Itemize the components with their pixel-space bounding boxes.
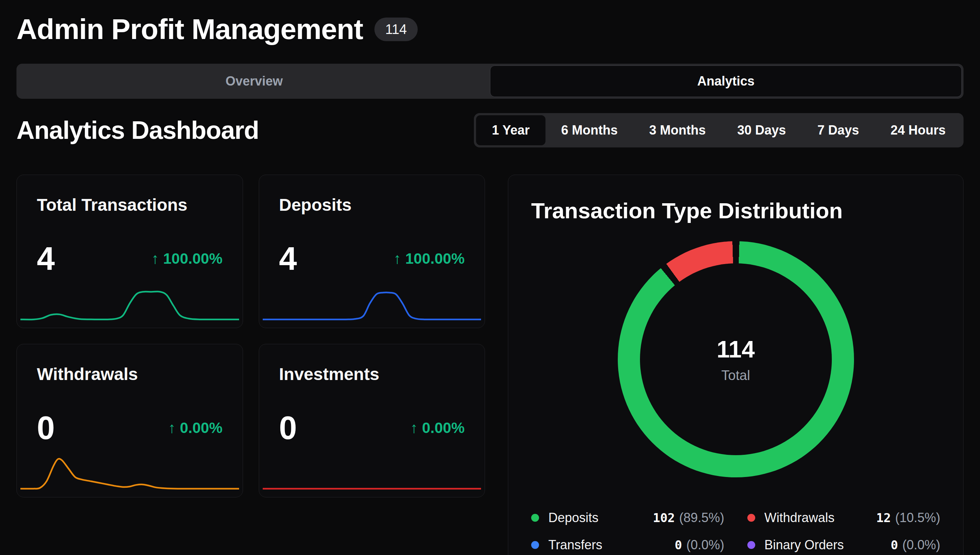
stat-card-value-row: 0 ↑ 0.00%: [37, 412, 223, 444]
time-range-3-months[interactable]: 3 Months: [634, 115, 722, 145]
stat-card-change: ↑ 0.00%: [168, 419, 222, 436]
legend-percent: (0.0%): [902, 537, 940, 552]
legend-count: 0: [675, 538, 682, 552]
legend-percent: (0.0%): [686, 537, 724, 552]
stat-card-withdrawals: Withdrawals 0 ↑ 0.00%: [16, 344, 243, 497]
page-title: Admin Profit Management: [16, 13, 363, 46]
stat-card-title: Withdrawals: [37, 364, 223, 384]
legend-label: Withdrawals: [765, 510, 835, 525]
time-range-7-days[interactable]: 7 Days: [802, 115, 875, 145]
donut-chart: 114 Total: [618, 241, 854, 477]
section-title: Analytics Dashboard: [16, 116, 259, 144]
stat-card-value: 4: [279, 242, 297, 275]
sparkline-chart: [21, 275, 239, 324]
legend-count: 12: [876, 511, 891, 525]
panel-title: Transaction Type Distribution: [531, 198, 940, 223]
legend-dot-red: [747, 514, 755, 522]
stat-card-value: 0: [37, 412, 55, 444]
stat-card-title: Deposits: [279, 195, 465, 215]
up-arrow-icon: ↑: [151, 250, 159, 267]
stat-card-value: 4: [37, 242, 55, 275]
legend-dot-green: [531, 514, 539, 522]
tab-analytics[interactable]: Analytics: [490, 66, 962, 97]
stat-card-value: 0: [279, 412, 297, 444]
legend-value: 0 (0.0%): [675, 537, 725, 552]
donut-legend: Deposits 102 (89.5%) Withdrawals 12 (10.…: [531, 510, 940, 552]
legend-value: 0 (0.0%): [890, 537, 940, 552]
stat-card-change-value: 0.00%: [422, 419, 465, 436]
stat-card-total-transactions: Total Transactions 4 ↑ 100.00%: [16, 175, 243, 328]
stat-card-deposits: Deposits 4 ↑ 100.00%: [259, 175, 485, 328]
time-range-24-hours[interactable]: 24 Hours: [875, 115, 961, 145]
legend-item-withdrawals: Withdrawals 12 (10.5%): [747, 510, 941, 525]
donut-total-value: 114: [717, 336, 754, 363]
legend-item-deposits: Deposits 102 (89.5%): [531, 510, 725, 525]
legend-value: 12 (10.5%): [876, 510, 940, 525]
stat-card-value-row: 0 ↑ 0.00%: [279, 412, 465, 444]
legend-label: Binary Orders: [765, 537, 844, 552]
header: Admin Profit Management 114: [16, 9, 964, 50]
dashboard: Admin Profit Management 114 Overview Ana…: [0, 0, 980, 555]
stat-card-change: ↑ 0.00%: [410, 419, 465, 436]
legend-label: Transfers: [549, 537, 602, 552]
time-range-6-months[interactable]: 6 Months: [545, 115, 634, 145]
legend-item-binary-orders: Binary Orders 0 (0.0%): [747, 537, 941, 552]
donut-total-label: Total: [721, 368, 750, 383]
up-arrow-icon: ↑: [393, 250, 401, 267]
legend-label: Deposits: [549, 510, 598, 525]
legend-dot-blue: [531, 541, 539, 549]
distribution-panel: Transaction Type Distribution 114 Total …: [508, 175, 964, 555]
time-range-selector: 1 Year 6 Months 3 Months 30 Days 7 Days …: [474, 113, 964, 148]
up-arrow-icon: ↑: [168, 419, 175, 436]
legend-percent: (10.5%): [895, 510, 940, 525]
stat-card-change: ↑ 100.00%: [393, 250, 465, 267]
stat-card-change: ↑ 100.00%: [151, 250, 223, 267]
stat-card-title: Total Transactions: [37, 195, 223, 215]
up-arrow-icon: ↑: [410, 419, 418, 436]
time-range-30-days[interactable]: 30 Days: [722, 115, 802, 145]
stat-card-title: Investments: [279, 364, 465, 384]
main-content: Total Transactions 4 ↑ 100.00% Deposits …: [16, 175, 964, 555]
donut-center: 114 Total: [640, 263, 832, 455]
legend-count: 102: [653, 511, 675, 525]
legend-value: 102 (89.5%): [653, 510, 724, 525]
stat-card-change-value: 100.00%: [163, 250, 223, 267]
sparkline-chart: [263, 444, 481, 493]
stat-card-investments: Investments 0 ↑ 0.00%: [259, 344, 485, 497]
stat-card-change-value: 100.00%: [405, 250, 465, 267]
tab-overview[interactable]: Overview: [18, 66, 490, 97]
section-header: Analytics Dashboard 1 Year 6 Months 3 Mo…: [16, 113, 964, 148]
donut-chart-area: 114 Total: [531, 241, 940, 477]
sparkline-chart: [21, 444, 239, 493]
page: { "header": { "title": "Admin Profit Man…: [0, 0, 980, 555]
stat-card-change-value: 0.00%: [180, 419, 222, 436]
stat-cards-grid: Total Transactions 4 ↑ 100.00% Deposits …: [16, 175, 485, 497]
time-range-1-year[interactable]: 1 Year: [476, 115, 545, 145]
legend-dot-purple: [747, 541, 755, 549]
sparkline-chart: [263, 275, 481, 324]
main-tabs: Overview Analytics: [16, 64, 964, 99]
stat-card-value-row: 4 ↑ 100.00%: [37, 242, 223, 275]
legend-percent: (89.5%): [679, 510, 724, 525]
stat-card-value-row: 4 ↑ 100.00%: [279, 242, 465, 275]
legend-count: 0: [890, 538, 898, 552]
legend-item-transfers: Transfers 0 (0.0%): [531, 537, 725, 552]
count-badge: 114: [374, 18, 418, 41]
